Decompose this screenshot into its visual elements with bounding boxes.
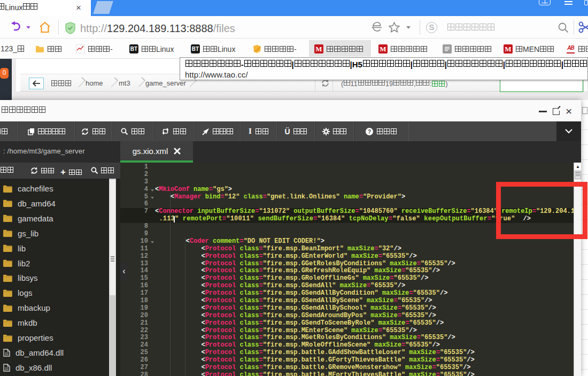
svg-text:?: ?	[368, 129, 371, 135]
